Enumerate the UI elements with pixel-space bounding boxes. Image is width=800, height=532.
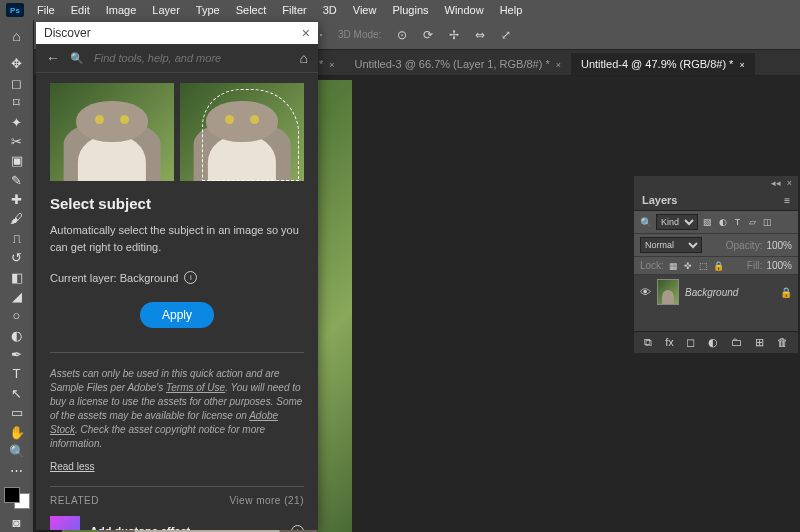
blur-tool-icon[interactable]: ○ [5, 307, 29, 325]
lock-label: Lock: [640, 260, 664, 271]
menu-plugins[interactable]: Plugins [385, 2, 435, 18]
edit-toolbar-icon[interactable]: ⋯ [5, 462, 29, 480]
layer-style-icon[interactable]: fx [665, 336, 674, 349]
menu-window[interactable]: Window [438, 2, 491, 18]
filter-kind-icon[interactable]: 🔍 [640, 217, 652, 228]
fill-value[interactable]: 100% [766, 260, 792, 271]
app-logo: Ps [6, 3, 24, 17]
brush-tool-icon[interactable]: 🖌 [5, 210, 29, 228]
home-icon[interactable]: ⌂ [3, 26, 31, 46]
visibility-icon[interactable]: 👁 [640, 286, 651, 298]
lasso-tool-icon[interactable]: ⌑ [5, 93, 29, 111]
eyedropper-tool-icon[interactable]: ✎ [5, 171, 29, 189]
hand-tool-icon[interactable]: ✋ [5, 423, 29, 441]
menu-bar: Ps File Edit Image Layer Type Select Fil… [0, 0, 800, 20]
shape-tool-icon[interactable]: ▭ [5, 403, 29, 421]
3d-slide-icon[interactable]: ⇔ [469, 24, 491, 46]
quick-mask-icon[interactable]: ◙ [5, 514, 29, 532]
search-input[interactable] [94, 52, 290, 64]
close-icon[interactable]: × [329, 60, 334, 70]
eraser-tool-icon[interactable]: ◧ [5, 268, 29, 286]
lock-icon[interactable]: 🔒 [780, 287, 792, 298]
dodge-tool-icon[interactable]: ◐ [5, 326, 29, 344]
menu-image[interactable]: Image [99, 2, 144, 18]
view-more-link[interactable]: View more (21) [229, 495, 304, 506]
tab-doc-2[interactable]: Untitled-3 @ 66.7% (Layer 1, RGB/8#) *× [345, 53, 571, 75]
close-icon[interactable]: × [556, 60, 561, 70]
gradient-tool-icon[interactable]: ◢ [5, 287, 29, 305]
tab-doc-3[interactable]: Untitled-4 @ 47.9% (RGB/8#) *× [571, 53, 755, 75]
new-layer-icon[interactable]: ⊞ [755, 336, 764, 349]
section-description: Automatically select the subject in an i… [50, 222, 304, 255]
move-tool-icon[interactable]: ✥ [5, 55, 29, 73]
quick-select-tool-icon[interactable]: ✦ [5, 113, 29, 131]
current-layer-label: Current layer: Background [50, 272, 178, 284]
menu-file[interactable]: File [30, 2, 62, 18]
related-item-name: Add duotone effect [90, 525, 190, 530]
marquee-tool-icon[interactable]: ◻ [5, 74, 29, 92]
read-less-link[interactable]: Read less [50, 461, 94, 472]
menu-3d[interactable]: 3D [316, 2, 344, 18]
blend-mode-select[interactable]: Normal [640, 237, 702, 253]
filter-pixel-icon[interactable]: ▧ [702, 217, 713, 228]
close-icon[interactable]: × [302, 25, 310, 41]
filter-adjust-icon[interactable]: ◐ [717, 217, 728, 228]
assets-notice: Assets can only be used in this quick ac… [50, 352, 304, 451]
opacity-label: Opacity: [726, 240, 763, 251]
related-label: RELATED [50, 495, 99, 506]
menu-filter[interactable]: Filter [275, 2, 313, 18]
pen-tool-icon[interactable]: ✒ [5, 345, 29, 363]
filter-shape-icon[interactable]: ▱ [747, 217, 758, 228]
lock-position-icon[interactable]: ✜ [683, 260, 694, 271]
3d-orbit-icon[interactable]: ⊙ [391, 24, 413, 46]
info-icon[interactable]: i [291, 525, 304, 531]
panel-collapse-strip: ◂◂ × [634, 176, 798, 190]
menu-help[interactable]: Help [493, 2, 530, 18]
lock-all-icon[interactable]: 🔒 [713, 260, 724, 271]
menu-select[interactable]: Select [229, 2, 274, 18]
3d-roll-icon[interactable]: ⟳ [417, 24, 439, 46]
terms-link[interactable]: Terms of Use [166, 382, 225, 393]
lock-artboard-icon[interactable]: ⬚ [698, 260, 709, 271]
3d-mode-label: 3D Mode: [338, 29, 381, 40]
healing-tool-icon[interactable]: ✚ [5, 190, 29, 208]
crop-tool-icon[interactable]: ✂ [5, 132, 29, 150]
menu-view[interactable]: View [346, 2, 384, 18]
apply-button[interactable]: Apply [140, 302, 214, 328]
panel-menu-icon[interactable]: ≡ [784, 195, 790, 206]
filter-smart-icon[interactable]: ◫ [762, 217, 773, 228]
lock-pixels-icon[interactable]: ▦ [668, 260, 679, 271]
related-item[interactable]: Add duotone effect i [50, 516, 304, 530]
menu-type[interactable]: Type [189, 2, 227, 18]
layer-name[interactable]: Background [685, 287, 774, 298]
close-icon[interactable]: × [739, 60, 744, 70]
color-swatches[interactable] [4, 487, 30, 509]
close-icon[interactable]: × [787, 178, 792, 188]
path-tool-icon[interactable]: ↖ [5, 384, 29, 402]
fill-label: Fill: [747, 260, 763, 271]
adjustment-layer-icon[interactable]: ◐ [708, 336, 718, 349]
back-icon[interactable]: ← [46, 50, 60, 66]
layer-row[interactable]: 👁 Background 🔒 [634, 275, 798, 309]
filter-kind-select[interactable]: Kind [656, 214, 698, 230]
3d-scale-icon[interactable]: ⤢ [495, 24, 517, 46]
filter-type-icon[interactable]: T [732, 217, 743, 228]
zoom-tool-icon[interactable]: 🔍 [5, 442, 29, 460]
layers-panel: Layers ≡ 🔍 Kind ▧ ◐ T ▱ ◫ Normal Opacity… [634, 190, 798, 353]
type-tool-icon[interactable]: T [5, 365, 29, 383]
group-icon[interactable]: 🗀 [731, 336, 742, 349]
stamp-tool-icon[interactable]: ⎍ [5, 229, 29, 247]
layer-mask-icon[interactable]: ◻ [686, 336, 695, 349]
preview-before [50, 83, 174, 181]
menu-layer[interactable]: Layer [145, 2, 187, 18]
home-icon[interactable]: ⌂ [300, 50, 308, 66]
info-icon[interactable]: i [184, 271, 197, 284]
menu-edit[interactable]: Edit [64, 2, 97, 18]
opacity-value[interactable]: 100% [766, 240, 792, 251]
history-brush-icon[interactable]: ↺ [5, 248, 29, 266]
frame-tool-icon[interactable]: ▣ [5, 152, 29, 170]
collapse-icon[interactable]: ◂◂ [771, 178, 781, 188]
3d-pan-icon[interactable]: ✢ [443, 24, 465, 46]
delete-layer-icon[interactable]: 🗑 [777, 336, 788, 349]
link-layers-icon[interactable]: ⧉ [644, 336, 652, 349]
